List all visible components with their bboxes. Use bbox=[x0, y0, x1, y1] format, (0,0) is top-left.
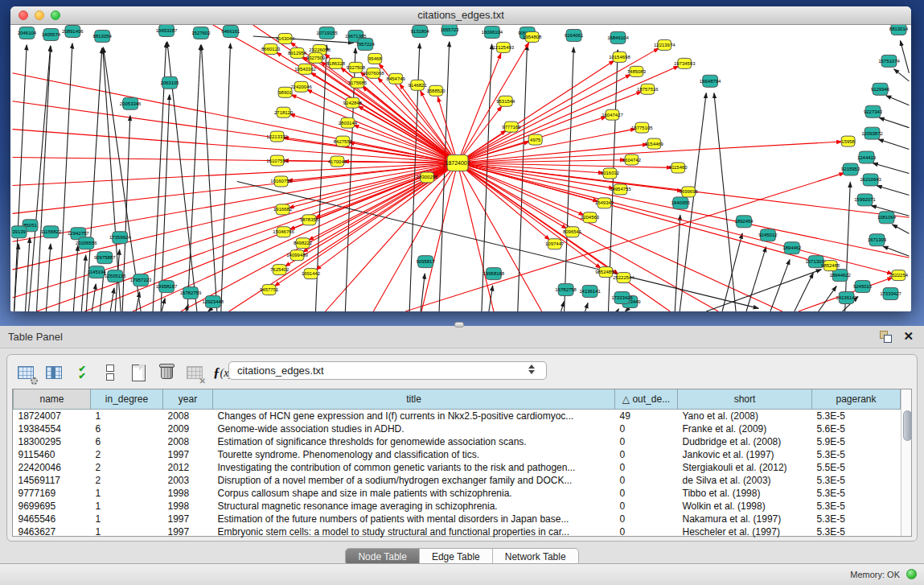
table-cell[interactable]: 0 bbox=[615, 448, 678, 461]
table-cell[interactable]: Estimation of significance thresholds fo… bbox=[213, 435, 615, 448]
select-rows-icon[interactable]: ✔✔ bbox=[72, 362, 92, 383]
table-cell[interactable]: Corpus callosum shape and size in male p… bbox=[213, 487, 615, 500]
column-header-out_de[interactable]: △ out_de... bbox=[615, 389, 678, 410]
table-cell[interactable]: 5.5E-5 bbox=[812, 461, 901, 474]
table-row[interactable]: 969969511998Structural magnetic resonanc… bbox=[14, 500, 901, 513]
table-cell[interactable]: 22420046 bbox=[14, 461, 91, 474]
column-header-in_degree[interactable]: in_degree bbox=[91, 389, 163, 410]
table-cell[interactable]: 9699695 bbox=[14, 500, 91, 513]
float-panel-icon[interactable] bbox=[880, 331, 892, 343]
table-row[interactable]: 911546021997Tourette syndrome. Phenomeno… bbox=[14, 448, 901, 461]
table-cell[interactable]: 1 bbox=[91, 525, 163, 538]
table-cell[interactable]: 1997 bbox=[163, 525, 213, 538]
table-cell[interactable]: 9465546 bbox=[14, 513, 91, 525]
table-cell[interactable]: 49 bbox=[615, 410, 678, 423]
table-cell[interactable]: 5.3E-5 bbox=[812, 448, 901, 461]
select-columns-icon[interactable] bbox=[43, 362, 64, 383]
tab-node-table[interactable]: Node Table bbox=[346, 549, 420, 565]
table-cell[interactable]: 5.3E-5 bbox=[812, 487, 901, 500]
close-panel-icon[interactable]: ✕ bbox=[903, 329, 914, 344]
column-header-pagerank[interactable]: pagerank bbox=[812, 389, 901, 410]
delete-columns-icon[interactable] bbox=[156, 362, 177, 383]
table-row[interactable]: 977716911998Corpus callosum shape and si… bbox=[14, 487, 901, 500]
table-cell[interactable]: Stergiakouli et al. (2012) bbox=[678, 461, 812, 474]
table-cell[interactable]: Dudbridge et al. (2008) bbox=[678, 435, 812, 448]
network-canvas[interactable]: 1872400720461041405574208914068813054106… bbox=[11, 25, 910, 311]
table-scrollbar[interactable] bbox=[901, 389, 911, 536]
table-cell[interactable]: Tibbo et al. (1998) bbox=[678, 487, 812, 500]
table-cell[interactable]: 5.3E-5 bbox=[812, 474, 901, 487]
network-window-titlebar[interactable]: citations_edges.txt bbox=[10, 6, 911, 25]
column-header-name[interactable]: name bbox=[14, 389, 91, 410]
table-settings-icon[interactable] bbox=[15, 362, 36, 383]
table-cell[interactable]: 5.3E-5 bbox=[812, 513, 901, 525]
table-cell[interactable]: 1 bbox=[91, 487, 163, 500]
scrollbar-thumb[interactable] bbox=[903, 410, 912, 441]
table-row[interactable]: 1456911722003Disruption of a novel membe… bbox=[14, 474, 901, 487]
table-cell[interactable]: 14569117 bbox=[14, 474, 91, 487]
table-cell[interactable]: 5.9E-5 bbox=[812, 435, 901, 448]
table-cell[interactable]: 2012 bbox=[163, 461, 213, 474]
table-cell[interactable]: 0 bbox=[615, 513, 678, 525]
table-cell[interactable]: 1998 bbox=[163, 487, 213, 500]
tab-edge-table[interactable]: Edge Table bbox=[420, 549, 493, 565]
table-cell[interactable]: Franke et al. (2009) bbox=[678, 422, 812, 435]
column-header-short[interactable]: short bbox=[678, 389, 812, 410]
table-cell[interactable]: 2 bbox=[91, 474, 163, 487]
table-cell[interactable]: 2003 bbox=[163, 474, 213, 487]
clear-selection-icon[interactable] bbox=[100, 362, 121, 383]
table-cell[interactable]: Changes of HCN gene expression and I(f) … bbox=[213, 410, 615, 423]
table-cell[interactable]: 0 bbox=[615, 487, 678, 500]
table-cell[interactable]: 5.3E-5 bbox=[812, 410, 901, 423]
table-cell[interactable]: 1997 bbox=[163, 513, 213, 525]
table-cell[interactable]: 19384554 bbox=[14, 422, 91, 435]
table-selector-dropdown[interactable]: citations_edges.txt bbox=[228, 361, 547, 380]
table-cell[interactable]: 2008 bbox=[163, 435, 213, 448]
new-table-icon[interactable] bbox=[128, 362, 149, 383]
table-row[interactable]: 946362711997Embryonic stem cells: a mode… bbox=[14, 525, 901, 538]
table-cell[interactable]: 1 bbox=[91, 500, 163, 513]
table-row[interactable]: 946554611997Estimation of the future num… bbox=[14, 513, 901, 525]
table-cell[interactable]: 2 bbox=[91, 461, 163, 474]
table-cell[interactable]: Tourette syndrome. Phenomenology and cla… bbox=[213, 448, 615, 461]
table-cell[interactable]: Yano et al. (2008) bbox=[678, 410, 812, 423]
table-cell[interactable]: 6 bbox=[91, 422, 163, 435]
table-cell[interactable]: 0 bbox=[615, 461, 678, 474]
table-cell[interactable]: 5.3E-5 bbox=[812, 500, 901, 513]
table-cell[interactable]: de Silva et al. (2003) bbox=[678, 474, 812, 487]
table-cell[interactable]: 2 bbox=[91, 448, 163, 461]
table-cell[interactable]: 0 bbox=[615, 422, 678, 435]
table-cell[interactable]: 6 bbox=[91, 435, 163, 448]
column-header-year[interactable]: year bbox=[163, 389, 213, 410]
table-cell[interactable]: 9463627 bbox=[14, 525, 91, 538]
node-table[interactable]: namein_degreeyeartitle△ out_de...shortpa… bbox=[13, 389, 901, 538]
table-cell[interactable]: Wolkin et al. (1998) bbox=[678, 500, 812, 513]
table-cell[interactable]: Hescheler et al. (1997) bbox=[678, 525, 812, 538]
table-cell[interactable]: 0 bbox=[615, 525, 678, 538]
table-cell[interactable]: 9777169 bbox=[14, 487, 91, 500]
table-cell[interactable]: 18724007 bbox=[14, 410, 91, 423]
table-cell[interactable]: 2008 bbox=[163, 410, 213, 423]
table-row[interactable]: 2242004622012Investigating the contribut… bbox=[14, 461, 901, 474]
table-cell[interactable]: Nakamura et al. (1997) bbox=[678, 513, 812, 525]
table-cell[interactable]: Embryonic stem cells: a model to study s… bbox=[213, 525, 615, 538]
delete-table-icon[interactable]: ✕ bbox=[184, 362, 205, 383]
table-cell[interactable]: Structural magnetic resonance image aver… bbox=[213, 500, 615, 513]
table-row[interactable]: 1830029562008Estimation of significance … bbox=[14, 435, 901, 448]
column-header-title[interactable]: title bbox=[213, 389, 615, 410]
table-cell[interactable]: Investigating the contribution of common… bbox=[213, 461, 615, 474]
table-cell[interactable]: 1998 bbox=[163, 500, 213, 513]
table-cell[interactable]: 1 bbox=[91, 513, 163, 525]
table-cell[interactable]: Genome-wide association studies in ADHD. bbox=[213, 422, 615, 435]
table-cell[interactable]: 0 bbox=[615, 500, 678, 513]
table-cell[interactable]: 18300295 bbox=[14, 435, 91, 448]
table-cell[interactable]: 5.3E-5 bbox=[812, 525, 901, 538]
panel-resize-grip[interactable] bbox=[454, 322, 464, 328]
table-cell[interactable]: 0 bbox=[615, 474, 678, 487]
table-row[interactable]: 1872400712008Changes of HCN gene express… bbox=[14, 410, 901, 423]
table-cell[interactable]: 2009 bbox=[163, 422, 213, 435]
table-cell[interactable]: 1 bbox=[91, 410, 163, 423]
table-cell[interactable]: 1997 bbox=[163, 448, 213, 461]
table-cell[interactable]: Estimation of the future numbers of pati… bbox=[213, 513, 615, 525]
table-cell[interactable]: 0 bbox=[615, 435, 678, 448]
